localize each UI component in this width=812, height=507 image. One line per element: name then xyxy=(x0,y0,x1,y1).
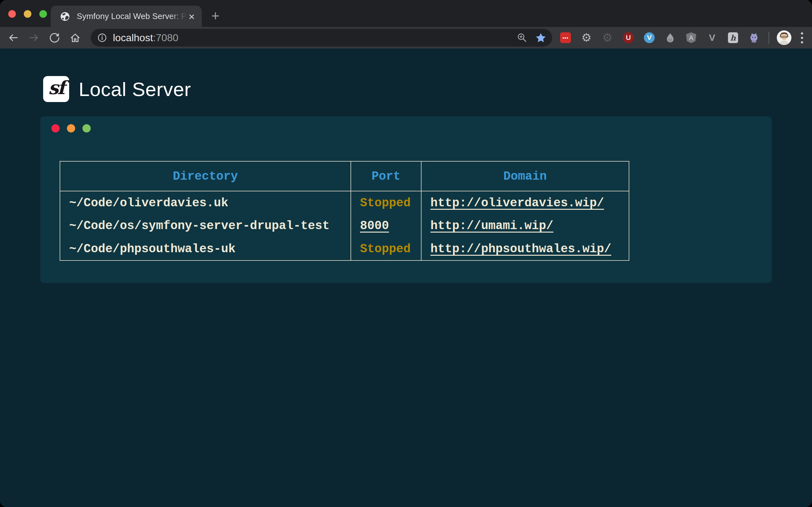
zoom-page-icon[interactable] xyxy=(517,32,527,43)
page-title: Local Server xyxy=(79,78,191,101)
minimize-window-button[interactable] xyxy=(24,10,32,18)
home-button[interactable] xyxy=(66,29,84,47)
lastpass-extension-icon[interactable]: ••• xyxy=(560,32,571,43)
ublock-extension-icon[interactable]: U xyxy=(623,32,634,43)
terminal-window-dots xyxy=(51,124,772,132)
port-status: Stopped xyxy=(360,242,411,256)
angular-extension-icon[interactable]: A xyxy=(686,32,697,43)
table-row: ~/Code/phpsouthwales-uk Stopped http://p… xyxy=(60,237,629,261)
terminal-panel: Directory Port Domain ~/Code/oliverdavie… xyxy=(40,116,772,283)
port-cell: 8000 xyxy=(351,214,421,237)
url-text[interactable]: localhost:7080 xyxy=(113,32,517,44)
terminal-orange-dot xyxy=(67,124,75,132)
table-row: ~/Code/oliverdavies.uk Stopped http://ol… xyxy=(60,191,629,214)
servers-table: Directory Port Domain ~/Code/oliverdavie… xyxy=(60,161,629,261)
github-octocat-extension-icon[interactable] xyxy=(748,32,760,43)
terminal-red-dot xyxy=(51,124,60,132)
vue-extension-icon[interactable]: V xyxy=(706,32,718,43)
port-cell: Stopped xyxy=(351,237,421,261)
tab-title: Symfony Local Web Server: Prox xyxy=(77,11,187,21)
profile-avatar[interactable] xyxy=(777,31,792,45)
url-port: :7080 xyxy=(153,32,178,43)
domain-link[interactable]: http://phpsouthwales.wip/ xyxy=(430,242,611,256)
directory-cell: ~/Code/phpsouthwales-uk xyxy=(60,237,351,261)
h-extension-icon[interactable]: h xyxy=(727,32,739,43)
domain-column-header: Domain xyxy=(421,161,629,191)
domain-cell: http://oliverdavies.wip/ xyxy=(421,191,629,214)
port-link[interactable]: 8000 xyxy=(360,219,389,233)
chrome-menu-button[interactable] xyxy=(800,31,804,45)
url-host: localhost xyxy=(113,32,153,43)
terminal-green-dot xyxy=(83,124,91,132)
domain-link[interactable]: http://umami.wip/ xyxy=(430,219,554,233)
brand-header: sf Local Server xyxy=(43,76,812,102)
browser-tab[interactable]: Symfony Local Web Server: Prox × xyxy=(51,6,202,27)
globe-icon xyxy=(60,11,70,22)
window-controls xyxy=(8,10,47,18)
domain-cell: http://phpsouthwales.wip/ xyxy=(421,237,629,261)
port-cell: Stopped xyxy=(351,191,421,214)
address-bar[interactable]: localhost:7080 xyxy=(91,29,552,47)
vimium-extension-icon[interactable]: V xyxy=(644,32,655,43)
browser-toolbar: localhost:7080 ••• ⚙ ⚙ U xyxy=(0,27,812,49)
reload-button[interactable] xyxy=(46,29,63,47)
table-row: ~/Code/os/symfony-server-drupal-test 800… xyxy=(60,214,629,237)
gear-disabled-extension-icon[interactable]: ⚙ xyxy=(602,32,613,43)
gear-extension-icon[interactable]: ⚙ xyxy=(581,32,592,43)
port-status: Stopped xyxy=(360,196,411,210)
directory-cell: ~/Code/oliverdavies.uk xyxy=(60,191,351,214)
extensions-bar: ••• ⚙ ⚙ U V A xyxy=(560,32,760,43)
close-window-button[interactable] xyxy=(8,10,16,18)
port-column-header: Port xyxy=(351,161,421,191)
page-content: sf Local Server Directory Port Domain xyxy=(0,49,812,507)
site-info-icon[interactable] xyxy=(97,33,107,43)
browser-window: Symfony Local Web Server: Prox × + xyxy=(0,0,812,507)
domain-link[interactable]: http://oliverdavies.wip/ xyxy=(430,196,604,210)
directory-cell: ~/Code/os/symfony-server-drupal-test xyxy=(60,214,351,237)
maximize-window-button[interactable] xyxy=(39,10,47,18)
tab-close-icon[interactable]: × xyxy=(187,11,196,22)
domain-cell: http://umami.wip/ xyxy=(421,214,629,237)
tab-strip: Symfony Local Web Server: Prox × + xyxy=(0,0,812,27)
bookmark-star-icon[interactable] xyxy=(535,32,547,43)
table-header-row: Directory Port Domain xyxy=(60,161,629,191)
forward-button[interactable] xyxy=(25,29,43,47)
toolbar-separator xyxy=(768,32,769,44)
new-tab-button[interactable]: + xyxy=(208,9,223,24)
back-button[interactable] xyxy=(4,29,22,47)
drupal-extension-icon[interactable] xyxy=(664,32,676,43)
symfony-logo: sf xyxy=(43,76,69,102)
directory-column-header: Directory xyxy=(60,161,351,191)
